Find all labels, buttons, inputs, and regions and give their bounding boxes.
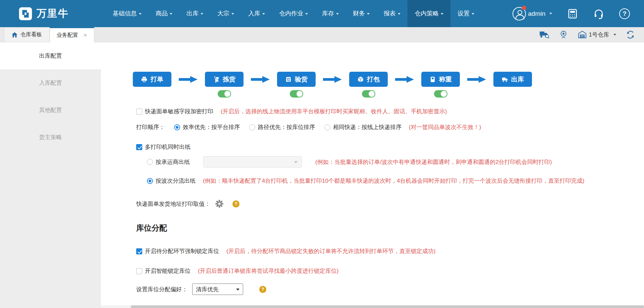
nav-item-finance[interactable]: 财务 [346, 0, 377, 27]
print-order-option-efficiency[interactable]: 效率优先：按平台排序 [174, 123, 240, 131]
app-logo[interactable]: 万里牛 [18, 7, 69, 21]
refresh-icon[interactable] [626, 30, 635, 39]
print-order-hint: (对一筐同品单波次不生效！) [409, 123, 481, 131]
toggle-inspect[interactable] [290, 90, 303, 98]
print-order-option-path[interactable]: 路径优先：按库位排序 [249, 123, 315, 131]
sidebar-item-owner-strategy[interactable]: 货主策略 [0, 124, 101, 151]
chevron-down-icon [441, 13, 443, 15]
nav-item-outbound[interactable]: 出库 [179, 0, 210, 27]
multi-printer-row: 多打印机同时出纸 [136, 143, 644, 151]
gear-icon[interactable] [215, 199, 224, 208]
scale-icon [429, 76, 436, 83]
help-icon[interactable]: ? [259, 286, 266, 293]
radio-same-express[interactable] [324, 124, 330, 130]
app-title: 万里牛 [37, 7, 69, 20]
by-carrier-row: 按承运商出纸 (例如：当批量选择的订单/波次中有申通快递和圆通时，则申通和圆通的… [147, 156, 644, 168]
username: admin [528, 10, 545, 17]
help-icon[interactable]: ? [232, 200, 239, 207]
encrypt-print-checkbox[interactable] [136, 109, 142, 115]
chevron-down-icon [170, 13, 172, 15]
config-content: 打单 拣货 [101, 42, 644, 308]
toggle-pack[interactable] [362, 90, 375, 98]
tab-business-config[interactable]: 业务配置 × [50, 27, 94, 42]
chevron-down-icon [262, 13, 265, 15]
warehouse-selector[interactable]: 1号仓库 [578, 30, 616, 39]
print-order-row: 打印顺序： 效率优先：按平台排序 路径优先：按库位排序 相同快递：按线上快递排序… [136, 123, 644, 131]
multi-printer-checkbox[interactable] [136, 144, 142, 150]
headset-icon[interactable] [593, 8, 604, 19]
by-carrier-radio[interactable] [147, 159, 153, 165]
encrypt-print-hint: (开启后，选择的线上物流使用非平台模板打印时买家昵称、收件人、固话、手机加密显示… [221, 108, 447, 115]
chevron-down-icon [231, 13, 234, 15]
hand-truck-icon [213, 76, 220, 83]
tab-bar: 仓库看板 业务配置 × 1号仓库 [0, 27, 644, 42]
step-outbound-button[interactable]: 出库 [493, 72, 532, 87]
section-title-location-allocation: 库位分配 [136, 223, 644, 233]
nav-item-basic-info[interactable]: 基础信息 [106, 0, 149, 27]
arrow-right-icon [467, 76, 486, 83]
warehouse-icon [578, 30, 587, 39]
multi-printer-label: 多打印机同时出纸 [145, 143, 191, 151]
horizontal-scrollbar-thumb[interactable] [131, 305, 644, 308]
step-inspect-button[interactable]: 验货 [277, 72, 316, 87]
smart-lock-checkbox[interactable] [136, 268, 142, 274]
arrow-right-icon [179, 76, 198, 83]
radio-efficiency[interactable] [174, 124, 180, 130]
inspect-box-icon [285, 76, 292, 83]
allocation-preference-select[interactable]: 清库优先 [192, 284, 243, 295]
radio-path[interactable] [249, 124, 255, 130]
nav-item-settings[interactable]: 设置 [450, 0, 481, 27]
force-lock-checkbox[interactable] [136, 248, 142, 254]
step-pack-button[interactable]: 打包 [349, 72, 388, 87]
step-print-button[interactable]: 打单 [133, 72, 171, 87]
step-pick-button[interactable]: 拣货 [205, 72, 244, 87]
sidebar-item-inbound-config[interactable]: 入库配置 [0, 69, 101, 97]
sidebar-item-outbound-config[interactable]: 出库配置 [0, 42, 101, 69]
chevron-down-icon [549, 13, 552, 14]
workflow-step-inspect: 验货 [277, 72, 316, 98]
nav-item-inventory[interactable]: 库存 [315, 0, 346, 27]
by-carrier-hint: (例如：当批量选择的订单/波次中有申通快递和圆通时，则申通和圆通的2台打印机会同… [315, 158, 552, 166]
user-menu[interactable]: admin [513, 7, 552, 20]
encrypt-print-row: 快递面单敏感字段加密打印 (开启后，选择的线上物流使用非平台模板打印时买家昵称、… [136, 108, 644, 115]
terminal-device-icon[interactable] [567, 8, 578, 19]
toggle-pick[interactable] [218, 90, 231, 98]
print-order-option-same-express[interactable]: 相同快递：按线上快递排序 [324, 123, 401, 131]
nav-item-product[interactable]: 商品 [149, 0, 179, 27]
force-lock-hint: (开启后，待分配环节商品锁定失败的订单将不允许流转到打单环节，直至锁定成功) [226, 247, 435, 255]
tab-warehouse-dashboard[interactable]: 仓库看板 [4, 27, 50, 42]
help-icon[interactable]: ? [619, 8, 630, 19]
chevron-down-icon [336, 13, 339, 15]
nav-item-bulk[interactable]: 大宗 [210, 0, 241, 27]
nav-right-group: admin ? [513, 7, 630, 20]
nav-item-reports[interactable]: 报表 [377, 0, 408, 27]
close-icon[interactable]: × [84, 32, 87, 38]
top-navbar: 万里牛 基础信息 商品 出库 大宗 入库 仓内作业 库存 财务 报表 仓内策略 … [0, 0, 644, 27]
nav-item-warehouse-ops[interactable]: 仓内作业 [272, 0, 315, 27]
toggle-weigh[interactable] [434, 90, 447, 98]
chevron-down-icon [139, 13, 142, 15]
nav-item-warehouse-strategy[interactable]: 仓内策略 [408, 0, 450, 27]
workflow-arrow [244, 76, 277, 83]
chevron-down-icon [398, 13, 400, 15]
logistics-search-icon[interactable] [539, 30, 549, 39]
outbound-workflow: 打单 拣货 [133, 72, 644, 98]
warehouse-name: 1号仓库 [589, 31, 609, 39]
webcam-icon[interactable] [559, 30, 568, 39]
arrow-right-icon [395, 76, 414, 83]
by-carrier-label: 按承运商出纸 [156, 158, 190, 166]
arrow-right-icon [251, 76, 270, 83]
workflow-arrow [316, 76, 349, 83]
chevron-down-icon [305, 13, 308, 15]
notification-dot [522, 6, 526, 10]
step-weigh-button[interactable]: 称重 [421, 72, 460, 87]
by-wave-radio[interactable] [147, 178, 153, 184]
carrier-select[interactable] [203, 156, 302, 168]
printer-icon [141, 76, 148, 83]
sidebar-panel: 入库配置 其他配置 货主策略 [0, 69, 101, 308]
nav-item-inbound[interactable]: 入库 [241, 0, 272, 27]
sidebar-item-other-config[interactable]: 其他配置 [0, 97, 101, 124]
workflow-step-pick: 拣货 [205, 72, 244, 98]
chevron-down-icon [613, 34, 616, 36]
config-sidebar: 出库配置 入库配置 其他配置 货主策略 [0, 42, 101, 308]
